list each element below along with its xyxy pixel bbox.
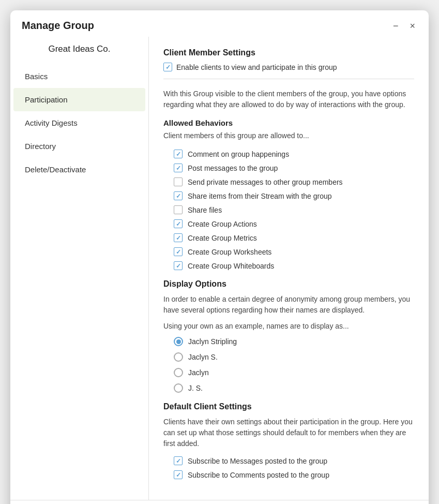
behavior-create-actions: Create Group Actions	[174, 219, 414, 228]
sidebar-item-activity-digests[interactable]: Activity Digests	[13, 111, 145, 135]
display-options-desc2: Using your own as an example, names are …	[163, 321, 414, 332]
behavior-create-whiteboards-checkbox[interactable]	[174, 261, 183, 270]
company-name: Great Ideas Co.	[10, 37, 148, 65]
behavior-share-files: Share files	[174, 205, 414, 214]
default-settings-list: Subscribe to Messages posted to the grou…	[174, 456, 414, 479]
default-subscribe-messages: Subscribe to Messages posted to the grou…	[174, 456, 414, 465]
default-subscribe-messages-checkbox[interactable]	[174, 456, 183, 465]
modal-header: Manage Group − ×	[10, 10, 429, 37]
display-options-section: Display Options In order to enable a cer…	[163, 279, 414, 393]
radio-initials-button[interactable]	[174, 383, 183, 393]
divider	[163, 79, 414, 79]
main-content: Client Member Settings Enable clients to…	[149, 37, 429, 500]
behavior-private-messages-label: Send private messages to other group mem…	[188, 178, 343, 186]
radio-list: Jaclyn Stripling Jaclyn S. Jaclyn J. S.	[174, 337, 414, 393]
radio-full-name-button[interactable]	[174, 337, 183, 346]
enable-row: Enable clients to view and participate i…	[163, 63, 414, 71]
default-client-settings-title: Default Client Settings	[163, 402, 414, 411]
radio-first-last-initial[interactable]: Jaclyn S.	[174, 352, 414, 362]
behavior-post-messages-label: Post messages to the group	[188, 164, 278, 172]
sidebar-item-directory[interactable]: Directory	[13, 135, 145, 158]
behavior-create-worksheets: Create Group Worksheets	[174, 247, 414, 256]
radio-full-name[interactable]: Jaclyn Stripling	[174, 337, 414, 346]
behavior-create-worksheets-label: Create Group Worksheets	[188, 248, 271, 256]
behavior-private-messages-checkbox[interactable]	[174, 177, 183, 186]
sidebar-item-basics[interactable]: Basics	[13, 65, 145, 88]
behavior-create-actions-label: Create Group Actions	[188, 220, 257, 228]
behavior-post-messages: Post messages to the group	[174, 164, 414, 172]
behavior-create-metrics: Create Group Metrics	[174, 233, 414, 242]
default-subscribe-comments: Subscribe to Comments posted to the grou…	[174, 470, 414, 479]
behavior-comment-checkbox[interactable]	[174, 150, 183, 158]
default-subscribe-comments-checkbox[interactable]	[174, 470, 183, 479]
behavior-create-metrics-label: Create Group Metrics	[188, 234, 257, 242]
client-member-settings-title: Client Member Settings	[163, 48, 414, 57]
default-subscribe-comments-label: Subscribe to Comments posted to the grou…	[188, 471, 329, 479]
modal-footer: Update	[10, 500, 429, 504]
enable-clients-checkbox[interactable]	[163, 63, 172, 71]
participation-description: With this Group visible to the client me…	[163, 88, 414, 110]
default-subscribe-messages-label: Subscribe to Messages posted to the grou…	[188, 457, 327, 465]
display-options-title: Display Options	[163, 279, 414, 289]
radio-initials[interactable]: J. S.	[174, 383, 414, 393]
minimize-button[interactable]: −	[391, 20, 401, 32]
allowed-behaviors-subtitle: Client members of this group are allowed…	[163, 130, 414, 141]
behavior-comment-label: Comment on group happenings	[188, 150, 289, 158]
radio-first-name-label: Jaclyn	[188, 368, 209, 377]
radio-first-name-button[interactable]	[174, 368, 183, 377]
sidebar: Great Ideas Co. Basics Participation Act…	[10, 37, 149, 500]
behavior-share-stream: Share items from their Stream with the g…	[174, 191, 414, 200]
behavior-share-stream-label: Share items from their Stream with the g…	[188, 192, 332, 200]
modal-title: Manage Group	[22, 20, 94, 32]
enable-clients-label: Enable clients to view and participate i…	[176, 63, 337, 71]
header-controls: − ×	[391, 20, 417, 32]
behavior-create-whiteboards: Create Group Whiteboards	[174, 261, 414, 270]
behavior-create-metrics-checkbox[interactable]	[174, 233, 183, 242]
behavior-share-files-checkbox[interactable]	[174, 205, 183, 214]
behavior-share-stream-checkbox[interactable]	[174, 191, 183, 200]
behavior-private-messages: Send private messages to other group mem…	[174, 177, 414, 186]
radio-initials-label: J. S.	[188, 384, 203, 392]
behavior-comment: Comment on group happenings	[174, 150, 414, 158]
display-options-desc1: In order to enable a certain degree of a…	[163, 294, 414, 316]
default-client-settings-desc: Clients have their own settings about th…	[163, 417, 414, 449]
behaviors-list: Comment on group happenings Post message…	[174, 150, 414, 270]
sidebar-item-delete-deactivate[interactable]: Delete/Deactivate	[13, 158, 145, 181]
behavior-create-whiteboards-label: Create Group Whiteboards	[188, 262, 274, 270]
manage-group-modal: Manage Group − × Great Ideas Co. Basics …	[10, 10, 429, 504]
radio-first-last-initial-label: Jaclyn S.	[188, 353, 218, 361]
radio-first-last-initial-button[interactable]	[174, 352, 183, 362]
behavior-post-messages-checkbox[interactable]	[174, 164, 183, 172]
allowed-behaviors-title: Allowed Behaviors	[163, 118, 414, 127]
modal-body: Great Ideas Co. Basics Participation Act…	[10, 37, 429, 500]
sidebar-item-participation[interactable]: Participation	[13, 88, 145, 111]
radio-first-name[interactable]: Jaclyn	[174, 368, 414, 377]
default-client-settings-section: Default Client Settings Clients have the…	[163, 402, 414, 479]
behavior-share-files-label: Share files	[188, 206, 222, 214]
radio-full-name-label: Jaclyn Stripling	[188, 337, 237, 346]
behavior-create-actions-checkbox[interactable]	[174, 219, 183, 228]
behavior-create-worksheets-checkbox[interactable]	[174, 247, 183, 256]
close-button[interactable]: ×	[407, 20, 417, 32]
